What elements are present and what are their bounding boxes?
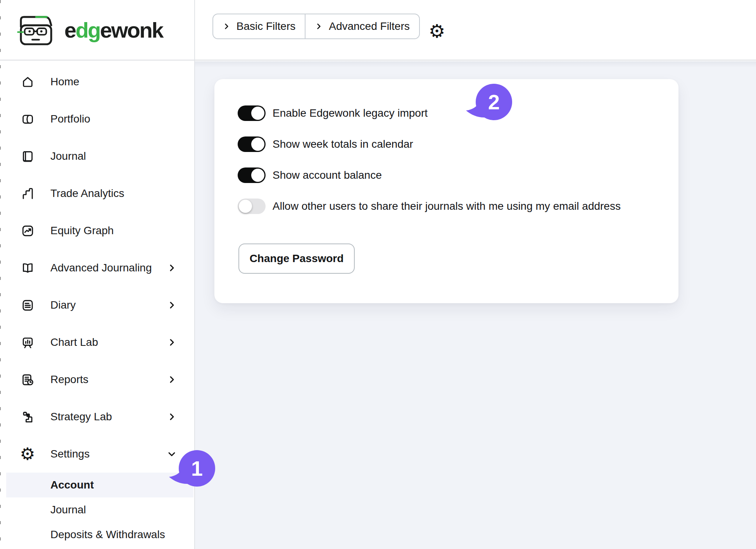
chevron-right-icon [315,22,323,30]
sidebar-item-strategy-lab[interactable]: Strategy Lab [0,398,193,435]
toggle-knob [239,200,252,213]
equity-graph-icon [21,224,35,238]
home-icon [21,75,35,89]
sidebar-item-portfolio[interactable]: Portfolio [0,100,193,138]
chevron-right-icon [167,375,176,384]
gear-icon: ⚙ [428,22,445,40]
toggle-knob [251,107,264,120]
chevron-right-icon [167,300,176,310]
chevron-right-icon [223,22,230,30]
sidebar-item-journal[interactable]: Journal [0,138,193,175]
sidebar-item-equity-graph[interactable]: Equity Graph [0,212,193,249]
settings-gear-icon: ⚙ [21,447,35,461]
setting-row-share-journals: Allow other users to share their journal… [214,191,678,222]
sidebar-item-reports[interactable]: Reports [0,361,193,398]
toggle-enable-legacy-import[interactable] [238,105,266,121]
chevron-right-icon [167,338,176,347]
setting-label: Allow other users to share their journal… [273,200,621,212]
account-settings-card: Enable Edgewonk legacy import Show week … [214,79,678,303]
toggle-show-account-balance[interactable] [238,167,266,183]
toggle-knob [251,169,264,182]
advanced-journaling-icon [21,261,35,275]
annotation-step-1-badge: 1 [167,449,217,489]
toggle-knob [251,138,264,151]
change-password-button[interactable]: Change Password [238,243,355,274]
sidebar-item-settings[interactable]: ⚙ Settings [0,435,193,473]
journal-icon [21,149,35,163]
edgewonk-wordmark: edgewonk [64,17,163,43]
filters-toolbar: Basic Filters Advanced Filters [212,14,420,39]
edgewonk-logo[interactable]: edgewonk [0,0,194,60]
sidebar-subitem-account[interactable]: Account [6,473,193,497]
setting-row-account-balance: Show account balance [214,160,678,191]
basic-filters-button[interactable]: Basic Filters [213,14,306,38]
sidebar-item-diary[interactable]: Diary [0,287,193,324]
strategy-lab-icon [21,410,35,424]
setting-row-legacy-import: Enable Edgewonk legacy import [214,98,678,129]
filter-settings-button[interactable]: ⚙ [427,21,447,41]
sidebar-item-chart-lab[interactable]: Chart Lab [0,324,193,361]
setting-label: Enable Edgewonk legacy import [273,107,428,119]
edgewonk-robot-icon [17,12,55,47]
edgewonk-app-window: edgewonk Home Port [0,0,756,549]
topbar: Basic Filters Advanced Filters ⚙ [195,0,756,60]
reports-icon [21,373,35,387]
setting-label: Show account balance [273,169,382,181]
toggle-allow-journal-sharing[interactable] [238,199,266,214]
setting-label: Show week totals in calendar [273,138,413,150]
portfolio-icon [21,112,35,126]
sidebar-item-trade-analytics[interactable]: Trade Analytics [0,175,193,212]
main-content: Enable Edgewonk legacy import Show week … [195,61,756,549]
diary-icon [21,298,35,312]
setting-row-week-totals: Show week totals in calendar [214,129,678,160]
window-edge-artifact [0,0,1,549]
advanced-filters-button[interactable]: Advanced Filters [306,14,419,38]
sidebar-item-advanced-journaling[interactable]: Advanced Journaling [0,249,193,287]
toggle-show-week-totals[interactable] [238,136,266,152]
chart-lab-icon [21,335,35,349]
sidebar-nav: Home Portfolio [0,63,193,547]
sidebar-subitem-deposits-withdrawals[interactable]: Deposits & Withdrawals [0,522,193,547]
sidebar-item-home[interactable]: Home [0,63,193,100]
annotation-step-2-badge: 2 [464,83,514,123]
sidebar: edgewonk Home Port [0,0,195,549]
trade-analytics-icon [21,186,35,200]
chevron-right-icon [167,263,176,273]
chevron-right-icon [167,412,176,421]
sidebar-subitem-journal[interactable]: Journal [0,497,193,522]
